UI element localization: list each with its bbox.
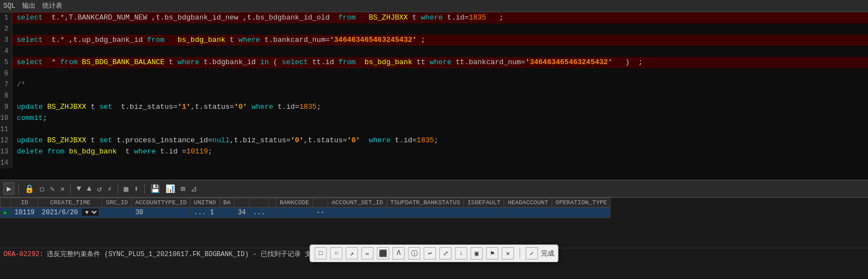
table-cell[interactable]: ... 1 [191,208,220,218]
line-content[interactable]: select t.*,T.BANKCARD_NUM_NEW ,t.bs_bdgb… [12,12,868,23]
draw-tool-btn[interactable]: ⤢ [440,247,452,259]
table-cell[interactable] [276,208,313,218]
code-line-10: 10commit; [0,113,868,124]
line-content[interactable] [12,23,868,35]
table-cell[interactable]: 2021/6/20 ▼ [38,208,103,218]
sep2 [70,183,71,194]
toolbar-icon2[interactable]: ◻ [38,184,46,194]
table-cell[interactable] [103,208,132,218]
draw-tool-btn[interactable]: ○ [330,247,343,259]
line-content[interactable]: update BS_ZHJBXX t set t.biz_status='1',… [12,102,868,113]
code-line-4: 4 [0,46,868,57]
code-line-11: 11 [0,124,868,135]
code-line-7: 7/* [0,79,868,90]
col-header[interactable] [269,198,276,208]
col-header[interactable]: OPERATION_TYPE [552,198,611,208]
draw-tool-btn[interactable]: ✏ [362,247,374,259]
toolbar-up2-icon[interactable]: ⬆ [132,184,140,194]
line-content[interactable] [12,124,868,135]
col-header[interactable]: ACCOUNT_SET_ID [328,198,387,208]
line-number: 6 [0,68,12,79]
line-content[interactable]: update BS_ZHJBXX t set t.process_instanc… [12,135,868,146]
menu-bar: SQL 输出 统计表 [0,0,868,12]
line-content[interactable]: select * from BS_BDG_BANK_BALANCE t wher… [12,57,868,68]
toolbar-icon3[interactable]: ✎ [48,184,56,194]
col-header[interactable] [250,198,269,208]
draw-tool-btn[interactable]: Λ [393,247,405,259]
table-cell[interactable] [220,208,234,218]
table-cell[interactable] [328,208,387,218]
line-number: 4 [0,46,12,57]
table-cell[interactable]: 30 [131,208,190,218]
toolbar-up-icon[interactable]: ▲ [85,184,93,193]
toolbar-table-icon[interactable]: ▦ [122,184,130,194]
col-header[interactable]: CREATE_TIME [38,198,103,208]
line-content[interactable] [12,68,868,79]
table-cell[interactable] [552,208,611,218]
results-table-wrapper[interactable]: IDCREATE_TIMESRC_IDACCOUNTTYPE_IDUNITNOB… [0,198,868,248]
line-content[interactable]: /* [12,79,868,90]
col-header[interactable]: HEADACCOUNT [504,198,552,208]
toolbar-lock-icon[interactable]: 🔒 [23,184,36,194]
draw-tool-btn[interactable]: ↗ [346,247,358,259]
table-cell[interactable]: 34 [234,208,249,218]
toolbar-down-icon[interactable]: ▼ [75,184,82,193]
table-cell[interactable]: ... [250,208,269,218]
line-content[interactable]: select t.* ,t.up_bdg_bank_id from bs_bdg… [12,35,868,46]
draw-confirm-btn[interactable]: ✓ [526,247,538,259]
draw-tool-btn[interactable]: ⓘ [408,247,421,259]
line-content[interactable] [12,46,868,57]
error-code: ORA-02292: [3,251,43,258]
code-line-9: 9update BS_ZHJBXX t set t.biz_status='1'… [0,102,868,113]
draw-tool-btn[interactable]: ↓ [455,247,467,259]
col-header[interactable] [313,198,328,208]
line-number: 14 [0,157,12,169]
draw-tool-btn[interactable]: ✕ [502,247,514,259]
toolbar-grid-icon[interactable]: ⊞ [179,184,187,194]
row-indicator: ▶ [1,208,11,218]
toolbar-save-icon[interactable]: 💾 [149,184,162,194]
draw-tool-btn[interactable]: ▣ [471,247,483,259]
col-header[interactable]: TSUPDATR_BANKSTATUS [387,198,464,208]
table-cell[interactable] [387,208,464,218]
code-line-12: 12update BS_ZHJBXX t set t.process_insta… [0,135,868,146]
table-cell[interactable] [269,208,276,218]
toolbar-filter-icon[interactable]: ⊿ [189,184,199,194]
toolbar-run2-icon[interactable]: ⚡ [106,184,114,194]
code-line-1: 1select t.*,T.BANKCARD_NUM_NEW ,t.bs_bdg… [0,12,868,23]
toolbar-chart-icon[interactable]: 📊 [164,184,177,194]
line-content[interactable]: delete from bs_bdg_bank t where t.id =10… [12,146,868,157]
table-cell[interactable]: -- [313,208,328,218]
draw-tool-btn[interactable]: ⚑ [486,247,499,259]
line-number: 8 [0,90,12,102]
toolbar-run-btn[interactable]: ▶ [3,182,14,195]
col-header[interactable] [234,198,249,208]
draw-finish-btn[interactable]: 完成 [542,247,554,259]
table-row[interactable]: ▶101192021/6/20 ▼30... 134...-- [1,208,611,218]
col-header[interactable]: ACCOUNTTYPE_ID [131,198,190,208]
draw-tool-btn[interactable]: □ [315,247,327,259]
col-header[interactable]: ISDEFAULT [464,198,504,208]
col-header[interactable]: BA [220,198,234,208]
toolbar-icon4[interactable]: ✕ [58,184,66,194]
draw-tool-btn[interactable]: ⬛ [377,247,389,259]
toolbar-refresh-icon[interactable]: ↺ [95,184,103,194]
col-header[interactable]: ID [11,198,38,208]
code-line-14: 14 [0,157,868,169]
results-table: IDCREATE_TIMESRC_IDACCOUNTTYPE_IDUNITNOB… [0,198,611,218]
col-header[interactable]: UNITNO [191,198,220,208]
col-header[interactable]: SRC_ID [103,198,132,208]
sql-editor[interactable]: 1select t.*,T.BANKCARD_NUM_NEW ,t.bs_bdg… [0,12,868,180]
col-header[interactable]: BANKCODE [276,198,313,208]
line-content[interactable]: commit; [12,113,868,124]
table-cell[interactable] [504,208,552,218]
line-content[interactable] [12,90,868,102]
draw-tool-btn[interactable]: ↩ [424,247,436,259]
menu-output[interactable]: 输出 [22,1,36,11]
line-content[interactable] [12,157,868,169]
drawing-toolbar: □○↗✏⬛Λⓘ↩⤢↓▣⚑✕✓完成 [310,244,559,262]
menu-stats[interactable]: 统计表 [42,1,62,11]
table-cell[interactable] [464,208,504,218]
menu-sql[interactable]: SQL [3,2,16,10]
table-cell[interactable]: 10119 [11,208,38,218]
